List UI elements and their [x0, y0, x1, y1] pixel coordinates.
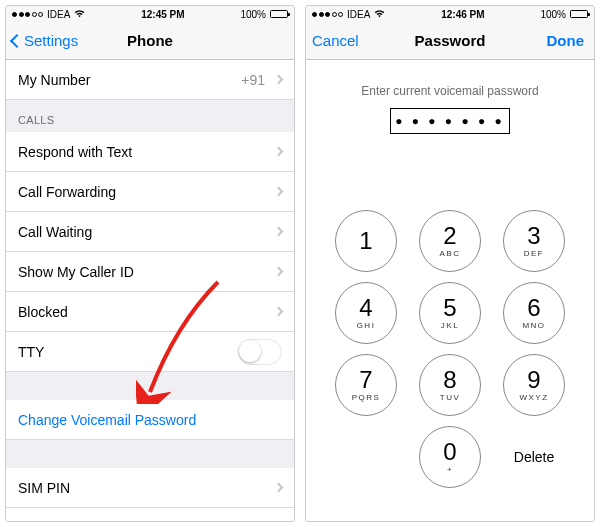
prompt-label: Enter current voicemail password	[361, 84, 538, 98]
chevron-right-icon	[274, 187, 284, 197]
settings-list: My Number +91 CALLS Respond with Text Ca…	[6, 60, 294, 521]
key-7[interactable]: 7PQRS	[335, 354, 397, 416]
key-2[interactable]: 2ABC	[419, 210, 481, 272]
delete-button[interactable]: Delete	[503, 426, 565, 488]
key-9[interactable]: 9WXYZ	[503, 354, 565, 416]
battery-icon	[270, 10, 288, 18]
back-button[interactable]: Settings	[12, 32, 78, 49]
sim-applications-cell[interactable]: SIM Applications	[6, 508, 294, 521]
battery-label: 100%	[240, 9, 266, 20]
password-field[interactable]: ● ● ● ● ● ● ●	[390, 108, 510, 134]
wifi-icon	[74, 9, 85, 20]
cell-label: TTY	[18, 344, 44, 360]
cell-label: Respond with Text	[18, 144, 132, 160]
key-4[interactable]: 4GHI	[335, 282, 397, 344]
signal-icon	[12, 12, 43, 17]
nav-bar: Cancel Password Done	[306, 22, 594, 60]
page-title: Password	[415, 32, 486, 49]
tty-cell: TTY	[6, 332, 294, 372]
battery-label: 100%	[540, 9, 566, 20]
key-0[interactable]: 0+	[419, 426, 481, 488]
carrier-label: IDEA	[347, 9, 370, 20]
chevron-left-icon	[10, 33, 24, 47]
password-prompt-area: Enter current voicemail password ● ● ● ●…	[306, 60, 594, 521]
carrier-label: IDEA	[47, 9, 70, 20]
key-6[interactable]: 6MNO	[503, 282, 565, 344]
chevron-right-icon	[274, 147, 284, 157]
tty-toggle[interactable]	[238, 339, 282, 365]
my-number-cell[interactable]: My Number +91	[6, 60, 294, 100]
show-caller-id-cell[interactable]: Show My Caller ID	[6, 252, 294, 292]
chevron-right-icon	[274, 307, 284, 317]
nav-bar: Settings Phone	[6, 22, 294, 60]
phone-settings-screen: IDEA 12:45 PM 100% Settings Phone My Num…	[5, 5, 295, 522]
key-3[interactable]: 3DEF	[503, 210, 565, 272]
call-waiting-cell[interactable]: Call Waiting	[6, 212, 294, 252]
change-voicemail-password-cell[interactable]: Change Voicemail Password	[6, 400, 294, 440]
done-label: Done	[547, 32, 585, 49]
cancel-label: Cancel	[312, 32, 359, 49]
cell-label: Call Forwarding	[18, 184, 116, 200]
key-8[interactable]: 8TUV	[419, 354, 481, 416]
key-1[interactable]: 1	[335, 210, 397, 272]
cell-label: SIM Applications	[18, 520, 122, 522]
keypad-spacer	[335, 426, 397, 488]
my-number-value: +91	[241, 72, 265, 88]
signal-icon	[312, 12, 343, 17]
cell-label: Call Waiting	[18, 224, 92, 240]
cell-label: My Number	[18, 72, 90, 88]
chevron-right-icon	[274, 267, 284, 277]
cancel-button[interactable]: Cancel	[312, 32, 359, 49]
cell-label: SIM PIN	[18, 480, 70, 496]
clock-label: 12:45 PM	[141, 9, 184, 20]
sim-pin-cell[interactable]: SIM PIN	[6, 468, 294, 508]
status-bar: IDEA 12:45 PM 100%	[6, 6, 294, 22]
password-entry-screen: IDEA 12:46 PM 100% Cancel Password Done …	[305, 5, 595, 522]
chevron-right-icon	[274, 483, 284, 493]
wifi-icon	[374, 9, 385, 20]
status-bar: IDEA 12:46 PM 100%	[306, 6, 594, 22]
chevron-right-icon	[274, 75, 284, 85]
password-dots: ● ● ● ● ● ● ●	[395, 114, 505, 128]
calls-header: CALLS	[6, 100, 294, 132]
chevron-right-icon	[274, 227, 284, 237]
page-title: Phone	[127, 32, 173, 49]
key-5[interactable]: 5JKL	[419, 282, 481, 344]
clock-label: 12:46 PM	[441, 9, 484, 20]
blocked-cell[interactable]: Blocked	[6, 292, 294, 332]
cell-label: Show My Caller ID	[18, 264, 134, 280]
cell-label: Blocked	[18, 304, 68, 320]
back-label: Settings	[24, 32, 78, 49]
cell-label: Change Voicemail Password	[18, 412, 196, 428]
battery-icon	[570, 10, 588, 18]
done-button[interactable]: Done	[547, 32, 585, 49]
call-forwarding-cell[interactable]: Call Forwarding	[6, 172, 294, 212]
keypad: 1 2ABC 3DEF 4GHI 5JKL 6MNO 7PQRS 8TUV 9W…	[306, 210, 594, 488]
respond-with-text-cell[interactable]: Respond with Text	[6, 132, 294, 172]
